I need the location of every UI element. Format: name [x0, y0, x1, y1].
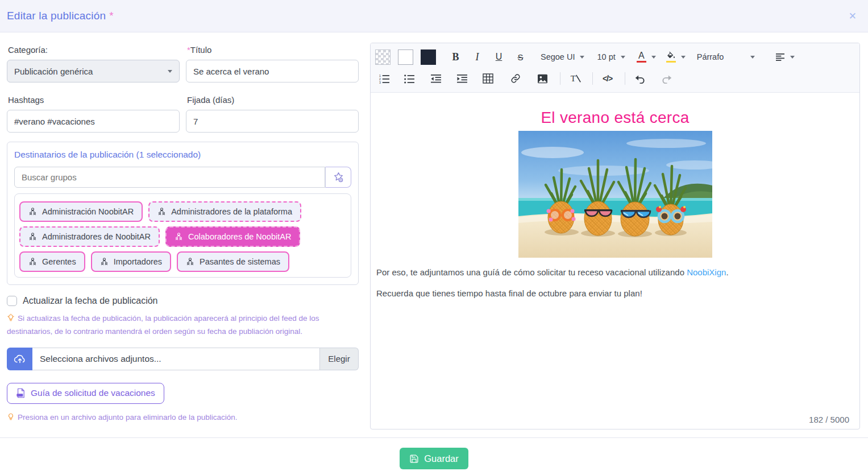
editor-column: B I U S Segoe UI 10 pt A: [370, 43, 860, 429]
undo-icon: [634, 74, 645, 84]
page-title: Editar la publicación*: [7, 10, 114, 22]
insert-image-button[interactable]: [533, 69, 552, 88]
unordered-list-button[interactable]: [400, 69, 419, 88]
categoria-value: Publicación genérica: [14, 67, 93, 76]
underline-button[interactable]: U: [489, 48, 508, 67]
post-paragraph: Recuerda que tienes tiempo hasta final d…: [376, 287, 854, 300]
font-color-swatch: [637, 61, 646, 63]
editor-content[interactable]: El verano está cerca: [371, 93, 859, 429]
attachments-hint: Presiona en un archivo adjunto para elim…: [7, 411, 355, 424]
outdent-button[interactable]: [426, 69, 445, 88]
svg-text:T: T: [570, 74, 575, 83]
group-chip[interactable]: Administración NoobitAR: [19, 201, 143, 222]
italic-button[interactable]: I: [468, 48, 487, 67]
group-chip-label: Importadores: [114, 257, 162, 266]
font-color-dropdown[interactable]: [647, 48, 660, 67]
post-paragraph: Por eso, te adjuntamos una guíá de cómo …: [376, 266, 854, 279]
save-button[interactable]: Guardar: [400, 448, 468, 469]
noobixign-link[interactable]: NoobiXign: [687, 267, 726, 277]
bold-button[interactable]: B: [446, 48, 465, 67]
group-icon: [28, 257, 37, 266]
group-chip-selected[interactable]: Colaboradores de NoobitAR: [165, 226, 300, 247]
post-heading: El verano está cerca: [376, 109, 854, 127]
insert-table-button[interactable]: [479, 69, 497, 88]
align-left-icon: [775, 53, 785, 61]
font-family-dropdown[interactable]: Segoe UI: [536, 48, 589, 67]
chevron-down-icon: [681, 56, 686, 59]
code-view-button[interactable]: </>: [598, 69, 617, 88]
titulo-input[interactable]: [186, 60, 359, 82]
attachments-upload-row: Selecciona archivos adjuntos... Elegir: [7, 348, 359, 370]
beach-pineapples-image: [518, 131, 712, 258]
editor-toolbar: B I U S Segoe UI 10 pt A: [371, 43, 859, 93]
update-date-checkbox[interactable]: [7, 296, 17, 306]
table-icon: [483, 73, 493, 84]
group-icon: [175, 232, 183, 241]
alignment-dropdown[interactable]: [771, 48, 799, 67]
categoria-label: Categoría:: [8, 45, 178, 55]
save-floppy-icon: [409, 454, 419, 464]
group-icon: [186, 257, 194, 266]
choose-file-button[interactable]: Elegir: [320, 348, 359, 370]
rich-text-editor: B I U S Segoe UI 10 pt A: [370, 43, 860, 429]
modal-header: Editar la publicación* ✕: [0, 0, 868, 32]
svg-text:2: 2: [379, 77, 381, 80]
close-icon[interactable]: ✕: [849, 10, 857, 22]
dark-color-swatch[interactable]: [421, 49, 436, 65]
filter-selected-groups-button[interactable]: [325, 167, 351, 188]
redo-button[interactable]: [658, 69, 676, 88]
toolbar-divider: [592, 72, 593, 85]
strikethrough-button[interactable]: S: [511, 48, 530, 67]
required-mark: *: [109, 10, 114, 22]
group-chip[interactable]: Administradores de NoobitAR: [19, 226, 160, 247]
image-icon: [537, 74, 548, 84]
attachment-file-chip[interactable]: DOCX Guía de solicitud de vacaciones: [7, 383, 164, 404]
white-color-swatch[interactable]: [398, 49, 413, 65]
update-date-hint: Si actualizas la fecha de publicación, l…: [7, 312, 355, 338]
group-chip-label: Gerentes: [42, 257, 76, 266]
insert-link-button[interactable]: [506, 69, 525, 88]
chevron-down-icon: [168, 70, 172, 73]
font-size-dropdown[interactable]: 10 pt: [592, 48, 629, 67]
font-color-button[interactable]: A: [637, 51, 646, 63]
categoria-select[interactable]: Publicación genérica: [7, 60, 180, 82]
titulo-label: *Título: [187, 45, 358, 55]
redo-icon: [662, 74, 672, 84]
group-chip[interactable]: Administradores de la plataforma: [148, 201, 301, 222]
link-icon: [510, 73, 521, 84]
chevron-down-icon: [790, 56, 795, 59]
svg-text:1: 1: [379, 74, 381, 77]
docx-file-icon: DOCX: [16, 388, 26, 398]
update-date-row: Actualizar la fecha de publicación: [7, 296, 359, 306]
highlight-color-dropdown[interactable]: [677, 48, 690, 67]
chevron-down-icon: [651, 56, 656, 59]
toolbar-divider: [560, 72, 560, 85]
highlight-color-button[interactable]: [666, 51, 676, 63]
group-chip[interactable]: Importadores: [91, 251, 171, 272]
upload-button[interactable]: [7, 348, 32, 370]
modal-footer: Guardar: [0, 437, 868, 469]
ordered-list-icon: 123: [379, 74, 390, 84]
paragraph-format-dropdown[interactable]: Párrafo: [692, 48, 759, 67]
char-counter: 182 / 5000: [809, 415, 849, 424]
group-icon: [100, 257, 109, 266]
unordered-list-icon: [404, 74, 415, 84]
undo-button[interactable]: [630, 69, 649, 88]
hashtags-input[interactable]: [7, 110, 180, 133]
group-chip[interactable]: Pasantes de sistemas: [177, 251, 289, 272]
update-date-label: Actualizar la fecha de publicación: [23, 296, 157, 306]
chevron-down-icon: [750, 56, 755, 59]
indent-button[interactable]: [452, 69, 471, 88]
highlight-color-swatch: [666, 61, 676, 63]
group-icon: [28, 232, 37, 241]
fijada-input[interactable]: [186, 110, 359, 133]
indent-icon: [456, 74, 468, 84]
toolbar-divider: [625, 72, 625, 85]
lightbulb-icon: [7, 412, 15, 421]
search-groups-input[interactable]: [14, 167, 325, 188]
group-chip[interactable]: Gerentes: [19, 251, 85, 272]
clear-format-button[interactable]: T: [566, 69, 584, 88]
ordered-list-button[interactable]: 123: [375, 69, 394, 88]
transparent-color-swatch[interactable]: [375, 49, 391, 65]
attachments-placeholder[interactable]: Selecciona archivos adjuntos...: [32, 348, 320, 370]
